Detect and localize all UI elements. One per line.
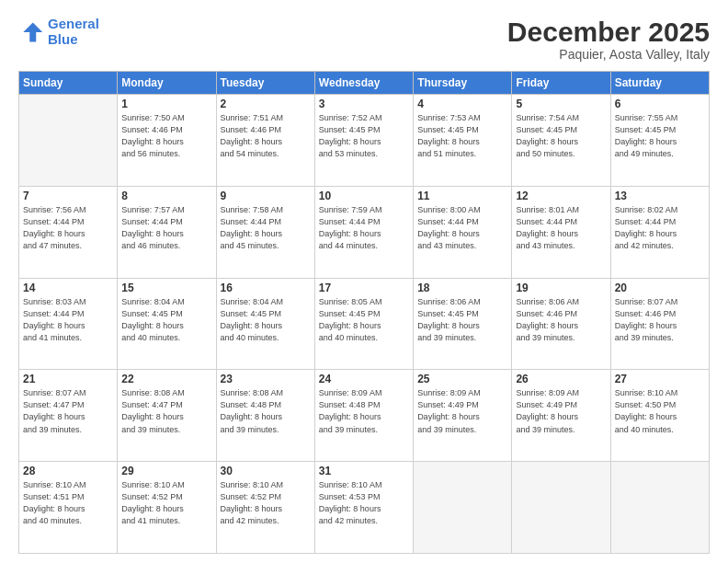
- day-info: Sunrise: 7:58 AM Sunset: 4:44 PM Dayligh…: [221, 204, 311, 252]
- day-number: 23: [221, 373, 311, 385]
- calendar-cell: 5Sunrise: 7:54 AM Sunset: 4:45 PM Daylig…: [512, 95, 610, 187]
- calendar-week-2: 14Sunrise: 8:03 AM Sunset: 4:44 PM Dayli…: [19, 278, 710, 370]
- day-info: Sunrise: 8:06 AM Sunset: 4:45 PM Dayligh…: [417, 296, 507, 344]
- calendar-cell: 28Sunrise: 8:10 AM Sunset: 4:51 PM Dayli…: [19, 462, 118, 554]
- calendar-cell: 15Sunrise: 8:04 AM Sunset: 4:45 PM Dayli…: [118, 278, 216, 370]
- day-info: Sunrise: 8:02 AM Sunset: 4:44 PM Dayligh…: [615, 204, 705, 252]
- day-number: 24: [319, 373, 409, 385]
- calendar-cell: 19Sunrise: 8:06 AM Sunset: 4:46 PM Dayli…: [512, 278, 610, 370]
- calendar-cell: 29Sunrise: 8:10 AM Sunset: 4:52 PM Dayli…: [118, 462, 216, 554]
- calendar-cell: 26Sunrise: 8:09 AM Sunset: 4:49 PM Dayli…: [512, 370, 610, 462]
- calendar-cell: 1Sunrise: 7:50 AM Sunset: 4:46 PM Daylig…: [118, 95, 216, 187]
- day-info: Sunrise: 8:10 AM Sunset: 4:53 PM Dayligh…: [319, 479, 409, 527]
- svg-marker-0: [23, 22, 42, 41]
- title-block: December 2025 Paquier, Aosta Valley, Ita…: [507, 17, 710, 62]
- calendar-cell: 25Sunrise: 8:09 AM Sunset: 4:49 PM Dayli…: [414, 370, 512, 462]
- calendar-cell: 27Sunrise: 8:10 AM Sunset: 4:50 PM Dayli…: [610, 370, 709, 462]
- calendar-cell: 30Sunrise: 8:10 AM Sunset: 4:52 PM Dayli…: [216, 462, 314, 554]
- month-title: December 2025: [507, 17, 710, 47]
- day-number: 17: [319, 282, 409, 294]
- logo-blue: Blue: [48, 32, 99, 48]
- logo-icon: [18, 19, 44, 45]
- header: General Blue December 2025 Paquier, Aost…: [18, 17, 710, 62]
- day-info: Sunrise: 8:09 AM Sunset: 4:49 PM Dayligh…: [516, 387, 606, 435]
- day-info: Sunrise: 7:50 AM Sunset: 4:46 PM Dayligh…: [121, 112, 211, 160]
- calendar-cell: 3Sunrise: 7:52 AM Sunset: 4:45 PM Daylig…: [314, 95, 413, 187]
- day-info: Sunrise: 8:07 AM Sunset: 4:47 PM Dayligh…: [23, 387, 113, 435]
- day-info: Sunrise: 8:10 AM Sunset: 4:50 PM Dayligh…: [615, 387, 705, 435]
- day-number: 7: [23, 190, 113, 202]
- day-number: 12: [516, 190, 606, 202]
- day-info: Sunrise: 7:52 AM Sunset: 4:45 PM Dayligh…: [319, 112, 409, 160]
- day-number: 27: [615, 373, 705, 385]
- calendar-header-saturday: Saturday: [610, 72, 709, 95]
- day-number: 14: [23, 282, 113, 294]
- logo: General Blue: [18, 17, 99, 47]
- day-number: 26: [516, 373, 606, 385]
- day-info: Sunrise: 8:04 AM Sunset: 4:45 PM Dayligh…: [121, 296, 211, 344]
- day-number: 22: [121, 373, 211, 385]
- day-number: 11: [417, 190, 507, 202]
- calendar-cell: 20Sunrise: 8:07 AM Sunset: 4:46 PM Dayli…: [610, 278, 709, 370]
- day-number: 5: [516, 98, 606, 110]
- day-info: Sunrise: 8:06 AM Sunset: 4:46 PM Dayligh…: [516, 296, 606, 344]
- calendar-cell: 4Sunrise: 7:53 AM Sunset: 4:45 PM Daylig…: [414, 95, 512, 187]
- day-number: 8: [121, 190, 211, 202]
- day-number: 19: [516, 282, 606, 294]
- calendar-cell: 12Sunrise: 8:01 AM Sunset: 4:44 PM Dayli…: [512, 186, 610, 278]
- page: General Blue December 2025 Paquier, Aost…: [0, 0, 728, 563]
- day-number: 3: [319, 98, 409, 110]
- calendar-cell: 17Sunrise: 8:05 AM Sunset: 4:45 PM Dayli…: [314, 278, 413, 370]
- logo-general: General: [48, 16, 99, 31]
- day-info: Sunrise: 8:00 AM Sunset: 4:44 PM Dayligh…: [417, 204, 507, 252]
- day-info: Sunrise: 8:08 AM Sunset: 4:47 PM Dayligh…: [121, 387, 211, 435]
- day-info: Sunrise: 8:08 AM Sunset: 4:48 PM Dayligh…: [221, 387, 311, 435]
- calendar-week-0: 1Sunrise: 7:50 AM Sunset: 4:46 PM Daylig…: [19, 95, 710, 187]
- calendar-cell: 9Sunrise: 7:58 AM Sunset: 4:44 PM Daylig…: [216, 186, 314, 278]
- day-number: 31: [319, 465, 409, 477]
- day-info: Sunrise: 7:59 AM Sunset: 4:44 PM Dayligh…: [319, 204, 409, 252]
- calendar-cell: [414, 462, 512, 554]
- calendar-cell: 2Sunrise: 7:51 AM Sunset: 4:46 PM Daylig…: [216, 95, 314, 187]
- day-info: Sunrise: 8:10 AM Sunset: 4:52 PM Dayligh…: [121, 479, 211, 527]
- calendar-cell: 14Sunrise: 8:03 AM Sunset: 4:44 PM Dayli…: [19, 278, 118, 370]
- calendar-cell: [512, 462, 610, 554]
- day-info: Sunrise: 8:09 AM Sunset: 4:49 PM Dayligh…: [417, 387, 507, 435]
- day-number: 15: [121, 282, 211, 294]
- calendar-cell: 24Sunrise: 8:09 AM Sunset: 4:48 PM Dayli…: [314, 370, 413, 462]
- day-number: 29: [121, 465, 211, 477]
- calendar-week-1: 7Sunrise: 7:56 AM Sunset: 4:44 PM Daylig…: [19, 186, 710, 278]
- calendar-header-tuesday: Tuesday: [216, 72, 314, 95]
- calendar-cell: 7Sunrise: 7:56 AM Sunset: 4:44 PM Daylig…: [19, 186, 118, 278]
- day-info: Sunrise: 8:10 AM Sunset: 4:52 PM Dayligh…: [221, 479, 311, 527]
- day-info: Sunrise: 8:05 AM Sunset: 4:45 PM Dayligh…: [319, 296, 409, 344]
- day-number: 28: [23, 465, 113, 477]
- calendar-header-friday: Friday: [512, 72, 610, 95]
- day-number: 18: [417, 282, 507, 294]
- day-number: 30: [221, 465, 311, 477]
- calendar-cell: [610, 462, 709, 554]
- day-info: Sunrise: 7:51 AM Sunset: 4:46 PM Dayligh…: [221, 112, 311, 160]
- day-number: 21: [23, 373, 113, 385]
- day-info: Sunrise: 8:04 AM Sunset: 4:45 PM Dayligh…: [221, 296, 311, 344]
- calendar-cell: 23Sunrise: 8:08 AM Sunset: 4:48 PM Dayli…: [216, 370, 314, 462]
- calendar-cell: 31Sunrise: 8:10 AM Sunset: 4:53 PM Dayli…: [314, 462, 413, 554]
- calendar-cell: 11Sunrise: 8:00 AM Sunset: 4:44 PM Dayli…: [414, 186, 512, 278]
- day-info: Sunrise: 8:09 AM Sunset: 4:48 PM Dayligh…: [319, 387, 409, 435]
- calendar-cell: 13Sunrise: 8:02 AM Sunset: 4:44 PM Dayli…: [610, 186, 709, 278]
- day-number: 16: [221, 282, 311, 294]
- day-info: Sunrise: 7:55 AM Sunset: 4:45 PM Dayligh…: [615, 112, 705, 160]
- calendar-week-4: 28Sunrise: 8:10 AM Sunset: 4:51 PM Dayli…: [19, 462, 710, 554]
- day-info: Sunrise: 8:01 AM Sunset: 4:44 PM Dayligh…: [516, 204, 606, 252]
- day-number: 6: [615, 98, 705, 110]
- calendar-cell: 18Sunrise: 8:06 AM Sunset: 4:45 PM Dayli…: [414, 278, 512, 370]
- calendar-cell: 22Sunrise: 8:08 AM Sunset: 4:47 PM Dayli…: [118, 370, 216, 462]
- calendar-cell: 6Sunrise: 7:55 AM Sunset: 4:45 PM Daylig…: [610, 95, 709, 187]
- calendar-header-thursday: Thursday: [414, 72, 512, 95]
- location: Paquier, Aosta Valley, Italy: [507, 47, 710, 62]
- day-number: 10: [319, 190, 409, 202]
- day-number: 9: [221, 190, 311, 202]
- day-info: Sunrise: 8:07 AM Sunset: 4:46 PM Dayligh…: [615, 296, 705, 344]
- day-number: 1: [121, 98, 211, 110]
- calendar-header-wednesday: Wednesday: [314, 72, 413, 95]
